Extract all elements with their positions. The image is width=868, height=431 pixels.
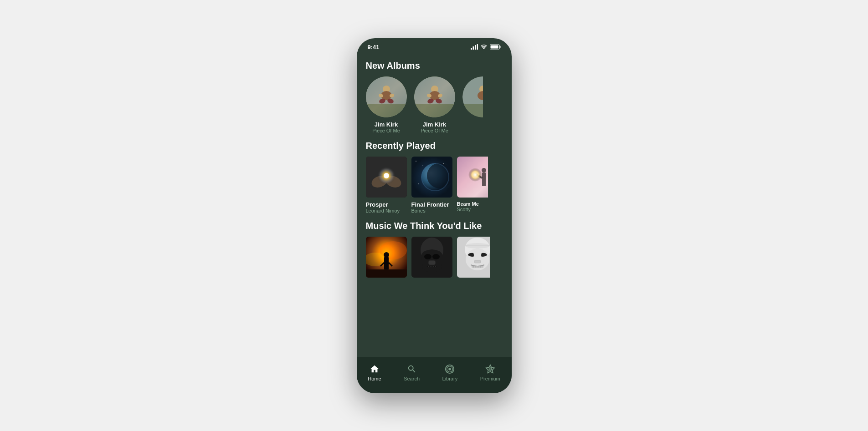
recently-played-title: Recently Played [357,133,512,157]
svg-rect-6 [490,46,498,49]
album-item-1[interactable]: Jim Kirk Piece Of Me [366,76,407,133]
albums-row: Jim Kirk Piece Of Me [357,76,512,133]
svg-rect-5 [499,46,500,48]
svg-point-60 [384,252,389,258]
nav-premium-label: Premium [480,376,500,381]
new-albums-section: New Albums [357,53,512,133]
track-item-beam[interactable]: Beam Me Scotty [457,157,498,213]
suggestions-section: Music We Think You'd Like [357,213,512,278]
track-thumb-beam-partial [457,157,488,201]
svg-rect-77 [474,260,481,263]
album-artwork-3-partial [462,76,483,117]
home-icon [370,364,380,374]
album-item-2[interactable]: Jim Kirk Piece Of Me [414,76,455,133]
recently-row: Prosper Leonard Nimoy [357,157,512,213]
status-icons [471,44,501,50]
svg-rect-21 [414,104,455,117]
suggestions-title: Music We Think You'd Like [357,213,512,237]
scroll-content[interactable]: New Albums [357,53,512,363]
nav-library-label: Library [442,376,458,381]
album-item-3-partial[interactable] [462,76,483,133]
battery-icon [490,44,501,50]
svg-rect-67 [429,261,435,264]
search-icon [407,364,417,374]
track-artist-prosper: Leonard Nimoy [366,208,407,213]
track-thumb-prosper [366,157,407,198]
album-artwork-2 [414,76,455,117]
svg-point-52 [482,168,486,172]
track-name-frontier: Final Frontier [411,201,452,208]
nav-home-label: Home [368,376,381,381]
track-name-prosper: Prosper [366,201,407,208]
album-sub-1: Piece Of Me [372,128,400,133]
svg-point-46 [418,183,419,184]
nav-home[interactable]: Home [368,364,381,381]
suggestion-item-3[interactable] [457,237,490,278]
svg-rect-3 [477,44,478,50]
svg-point-65 [424,254,431,259]
svg-rect-10 [366,104,407,117]
svg-rect-0 [471,48,472,50]
nav-premium[interactable]: Premium [480,364,500,381]
svg-point-42 [416,161,416,162]
suggestions-row [357,237,512,278]
svg-point-87 [449,368,452,370]
album-artwork-1 [366,76,407,117]
nav-library[interactable]: Library [442,364,458,381]
status-bar: 9:41 [357,38,512,53]
track-artist-beam: Scotty [457,207,498,212]
suggestion-thumb-3-partial [457,237,490,278]
svg-rect-58 [366,269,407,278]
svg-point-66 [432,254,440,259]
album-name-1: Jim Kirk [375,121,398,128]
new-albums-title: New Albums [357,53,512,76]
wifi-icon [480,44,488,50]
svg-point-43 [422,165,423,166]
time-display: 9:41 [368,44,380,51]
recently-played-section: Recently Played [357,133,512,213]
suggestion-thumb-2 [411,237,452,278]
track-name-beam: Beam Me [457,201,498,207]
track-item-prosper[interactable]: Prosper Leonard Nimoy [366,157,407,213]
track-thumb-frontier [411,157,452,198]
nav-search-label: Search [404,376,420,381]
premium-icon [485,364,495,374]
suggestion-item-2[interactable] [411,237,452,278]
svg-rect-59 [384,257,389,269]
svg-point-54 [468,168,482,182]
album-sub-2: Piece Of Me [421,128,448,133]
signal-icon [471,44,478,50]
suggestion-item-1[interactable] [366,237,407,278]
suggestion-thumb-1 [366,237,407,278]
svg-rect-51 [482,172,486,186]
svg-point-40 [384,173,389,178]
library-icon [445,364,455,374]
phone-frame: 9:41 N [357,38,512,393]
track-item-frontier[interactable]: Final Frontier Bones [411,157,452,213]
svg-rect-31 [462,104,483,117]
album-name-2: Jim Kirk [423,121,446,128]
svg-rect-2 [475,45,476,50]
track-artist-frontier: Bones [411,208,452,213]
bottom-nav: Home Search Library Premium [357,357,512,393]
svg-rect-1 [473,46,474,50]
nav-search[interactable]: Search [404,364,420,381]
